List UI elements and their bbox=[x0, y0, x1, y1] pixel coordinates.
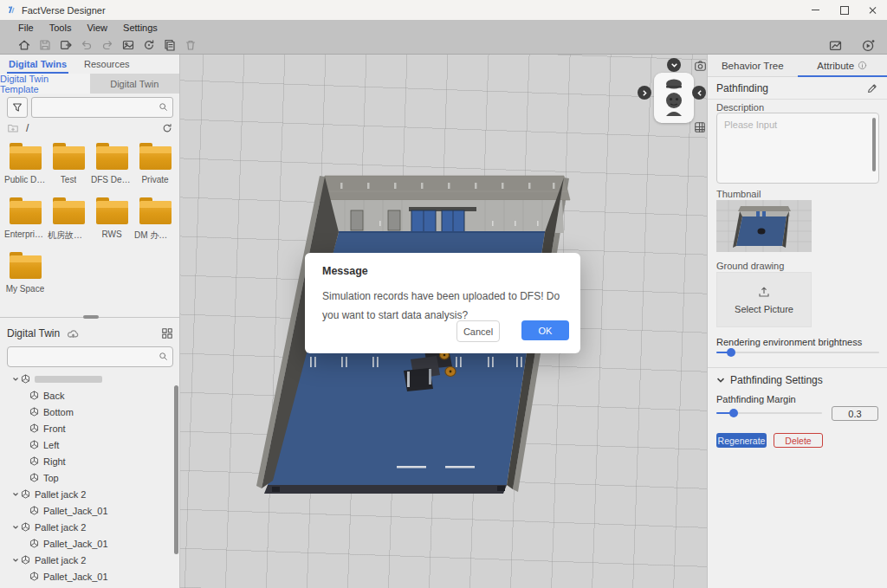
tree-item-placeholder bbox=[35, 376, 102, 383]
folder-icon bbox=[10, 146, 42, 170]
save-button[interactable] bbox=[35, 37, 55, 53]
splitter-grip[interactable] bbox=[83, 315, 99, 319]
delete-tool-button[interactable] bbox=[180, 37, 201, 53]
folder-icon bbox=[53, 146, 85, 170]
menu-file[interactable]: File bbox=[10, 23, 42, 33]
folder-item[interactable]: Public Dire… bbox=[3, 139, 47, 194]
folder-label: Test bbox=[61, 175, 76, 184]
menu-settings[interactable]: Settings bbox=[115, 23, 165, 33]
rotate-up-button[interactable] bbox=[667, 58, 681, 72]
regenerate-button[interactable]: Regenerate bbox=[716, 433, 767, 448]
tree-item[interactable] bbox=[0, 371, 175, 387]
folder-item[interactable]: Private bbox=[133, 139, 177, 194]
subtab-digital-twin-template[interactable]: Digital Twin Template bbox=[0, 74, 90, 94]
tree-item[interactable]: Pallet_Jack_01 bbox=[0, 568, 175, 585]
tab-resources[interactable]: Resources bbox=[75, 55, 139, 74]
copy-button[interactable] bbox=[159, 37, 180, 53]
menu-view[interactable]: View bbox=[79, 23, 115, 33]
tree-expand-chevron-icon[interactable] bbox=[10, 376, 21, 383]
brightness-slider-track[interactable] bbox=[716, 352, 879, 353]
menu-tools[interactable]: Tools bbox=[42, 23, 80, 33]
redo-icon bbox=[100, 38, 114, 52]
analytics-button[interactable] bbox=[825, 37, 845, 53]
tab-digital-twins[interactable]: Digital Twins bbox=[0, 55, 75, 74]
close-button[interactable] bbox=[858, 0, 887, 20]
redo-button[interactable] bbox=[97, 37, 118, 53]
undo-button[interactable] bbox=[76, 37, 97, 53]
subtab-digital-twin[interactable]: Digital Twin bbox=[90, 74, 180, 94]
minimize-button[interactable] bbox=[801, 0, 830, 20]
tree-item[interactable]: Top bbox=[0, 469, 175, 486]
tree-item-label: Top bbox=[43, 473, 59, 483]
screenshot-button[interactable] bbox=[693, 59, 707, 73]
tab-attribute[interactable]: Attribute bbox=[798, 55, 887, 76]
tree-item[interactable]: Pallet jack 2 bbox=[0, 585, 175, 588]
mesh-cube-icon bbox=[29, 440, 39, 449]
folder-item[interactable]: My Space bbox=[3, 249, 47, 303]
chevron-down-icon bbox=[670, 61, 678, 69]
tree-item[interactable]: Pallet jack 2 bbox=[0, 486, 175, 502]
pathfinding-settings-header[interactable]: Pathfinding Settings bbox=[716, 371, 823, 390]
edit-button[interactable] bbox=[866, 82, 878, 94]
maximize-button[interactable] bbox=[830, 0, 858, 20]
description-label: Description bbox=[716, 102, 764, 113]
select-picture-button[interactable]: Select Picture bbox=[716, 272, 812, 327]
home-button[interactable] bbox=[14, 37, 35, 53]
cloud-sync-icon[interactable] bbox=[67, 328, 80, 339]
panel-splitter[interactable] bbox=[0, 317, 179, 322]
run-button[interactable] bbox=[858, 37, 878, 53]
folder-label: Private bbox=[141, 175, 168, 184]
folder-item[interactable]: Enterprise s… bbox=[3, 194, 47, 249]
folder-item[interactable]: DM 办公室 bbox=[133, 194, 177, 249]
title-bar: FactVerse Designer bbox=[0, 0, 887, 21]
folder-item[interactable]: RWS bbox=[90, 194, 133, 249]
sync-button[interactable] bbox=[139, 37, 159, 53]
description-input[interactable] bbox=[716, 113, 879, 184]
mesh-cube-icon bbox=[29, 391, 39, 400]
template-search-input[interactable] bbox=[31, 97, 173, 118]
tree-item[interactable]: Back bbox=[0, 387, 175, 404]
delete-button[interactable]: Delete bbox=[774, 433, 823, 448]
ok-button[interactable]: OK bbox=[521, 320, 569, 340]
viewport-3d[interactable]: Message Simulation records have been upl… bbox=[180, 55, 707, 588]
snapshot-button[interactable] bbox=[118, 37, 139, 53]
tree-item[interactable]: Pallet jack 2 bbox=[0, 519, 175, 535]
rotate-left-button[interactable] bbox=[638, 86, 651, 100]
copy-icon bbox=[163, 38, 177, 52]
description-scrollbar[interactable] bbox=[872, 118, 876, 171]
rotate-right-button[interactable] bbox=[692, 86, 706, 100]
structure-view-icon[interactable] bbox=[161, 327, 173, 339]
brightness-slider-handle[interactable] bbox=[727, 348, 735, 357]
folder-grid: Public Dire…TestDFS DemoPrivateEnterpris… bbox=[3, 139, 178, 303]
tree-item[interactable]: Pallet_Jack_01 bbox=[0, 535, 175, 552]
tree-item-label: Right bbox=[43, 456, 66, 467]
filter-button[interactable] bbox=[7, 97, 28, 118]
refresh-button[interactable] bbox=[161, 122, 173, 134]
margin-slider-handle[interactable] bbox=[729, 409, 738, 417]
tree-item[interactable]: Bottom bbox=[0, 404, 175, 420]
tree-expand-chevron-icon[interactable] bbox=[10, 524, 21, 531]
margin-value-input[interactable] bbox=[832, 406, 878, 421]
folder-item[interactable]: Test bbox=[47, 139, 90, 194]
mesh-cube-icon bbox=[21, 489, 30, 499]
tree-search-input[interactable] bbox=[7, 346, 173, 367]
tree-item[interactable]: Pallet_Jack_01 bbox=[0, 502, 175, 519]
folder-item[interactable]: DFS Demo bbox=[90, 139, 133, 194]
close-icon bbox=[869, 6, 877, 15]
grid-toggle-button[interactable] bbox=[693, 120, 707, 134]
tree-item[interactable]: Right bbox=[0, 453, 175, 469]
tree-expand-chevron-icon[interactable] bbox=[10, 491, 21, 498]
chevron-left-icon bbox=[696, 89, 703, 97]
tree-item[interactable]: Front bbox=[0, 420, 175, 436]
tab-behavior-tree[interactable]: Behavior Tree bbox=[708, 55, 798, 76]
tree-item[interactable]: Left bbox=[0, 436, 175, 453]
tree-expand-chevron-icon[interactable] bbox=[10, 557, 21, 564]
margin-slider[interactable] bbox=[716, 409, 822, 417]
export-scene-button[interactable] bbox=[55, 37, 76, 53]
cancel-button[interactable]: Cancel bbox=[456, 320, 500, 342]
folder-item[interactable]: 机房故事线 bbox=[47, 194, 90, 249]
tree-scrollbar[interactable] bbox=[174, 385, 178, 554]
view-gizmo[interactable] bbox=[654, 73, 694, 123]
tree-item[interactable]: Pallet jack 2 bbox=[0, 552, 175, 568]
brightness-slider[interactable] bbox=[716, 348, 879, 357]
